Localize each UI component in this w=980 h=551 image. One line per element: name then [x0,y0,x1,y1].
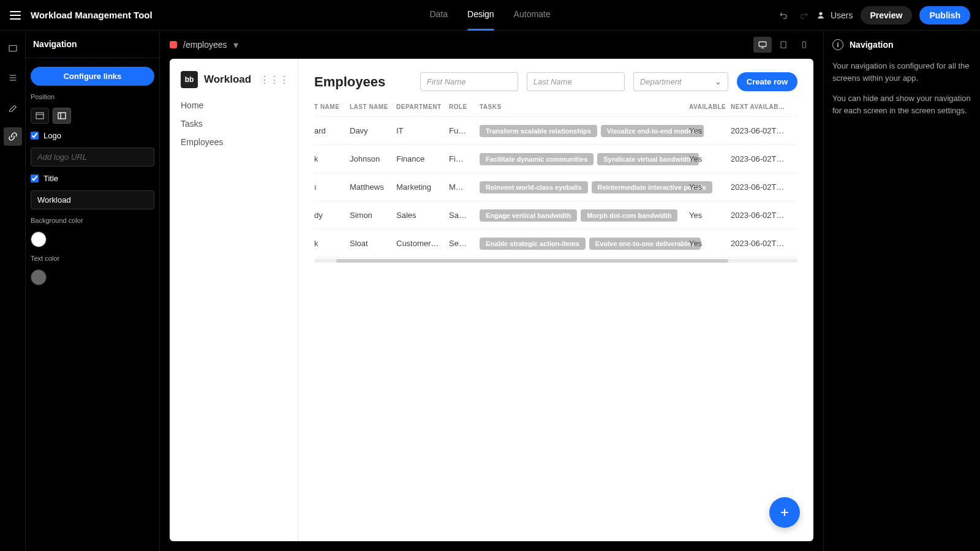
cell-next: 2023-06-02T08:… [731,154,786,163]
svg-rect-7 [58,113,66,119]
table-row[interactable]: ardDavyITFu…Transform scalable relations… [314,117,797,145]
topbar: Workload Management Tool Data Design Aut… [0,0,980,31]
fab-add-button[interactable] [769,497,800,528]
grip-icon[interactable]: ⋮⋮⋮ [260,74,289,86]
screen-name[interactable]: /employees [183,40,227,50]
preview-button[interactable]: Preview [861,6,913,24]
rail-theme-icon[interactable] [4,98,22,116]
task-tag: Transform scalable relationships [480,125,597,137]
tab-data[interactable]: Data [429,0,448,31]
app-sidebar: bb Workload ⋮⋮⋮ Home Tasks Employees [170,59,298,541]
cell-fname: dy [314,211,350,220]
left-panel-title: Navigation [26,31,159,58]
svg-point-0 [819,12,822,15]
cell-tasks: Facilitate dynamic communitiesSyndicate … [480,153,685,165]
col-header-fname[interactable]: T NAME [314,103,350,110]
right-panel-title: Navigation [850,40,894,50]
title-checkbox[interactable] [31,174,39,182]
title-checkbox-row[interactable]: Title [31,174,154,183]
cell-role: M… [449,182,480,192]
col-header-avail[interactable]: AVAILABLE [685,103,731,110]
col-header-tasks[interactable]: TASKS [480,103,685,110]
col-header-next[interactable]: NEXT AVAILABILITY [731,103,786,110]
users-icon [817,10,827,20]
cell-avail: Yes [685,154,731,163]
horizontal-scrollbar[interactable] [314,259,797,263]
cell-lname: Davy [350,126,396,135]
cell-fname: ard [314,126,350,135]
rail-navigation-icon[interactable] [4,127,22,146]
preview-frame: bb Workload ⋮⋮⋮ Home Tasks Employees Emp… [170,59,813,541]
col-header-role[interactable]: ROLE [449,103,480,110]
configure-links-button[interactable]: Configure links [31,67,154,86]
bg-color-label: Background color [31,217,154,224]
canvas-area: /employees ▾ bb Workload ⋮⋮⋮ Home Tasks … [160,31,823,551]
rail-components-icon[interactable] [4,69,22,87]
cell-fname: k [314,239,350,248]
task-tag: Morph dot-com bandwidth [581,209,677,222]
department-placeholder: Department [640,77,682,86]
table-row[interactable]: kJohnsonFinanceFi…Facilitate dynamic com… [314,145,797,173]
device-toggle [753,37,813,53]
hamburger-icon[interactable] [10,11,21,20]
title-label: Title [43,174,58,183]
department-select[interactable]: Department ⌄ [633,72,728,91]
position-label: Position [31,93,154,100]
svg-rect-12 [803,42,806,48]
cell-dept: Customer… [396,239,449,248]
right-panel-header: i Navigation [832,39,971,50]
tab-automate[interactable]: Automate [514,0,551,31]
cell-avail: Yes [685,211,731,220]
cell-fname: ı [314,182,350,192]
last-name-input[interactable] [527,72,625,91]
chevron-down-icon[interactable]: ▾ [233,39,238,51]
plus-icon [778,506,791,519]
table-row[interactable]: dySimonSalesSa…Engage vertical bandwidth… [314,201,797,230]
bg-color-swatch[interactable] [31,231,47,247]
nav-item-home[interactable]: Home [181,100,287,110]
position-top-option[interactable] [31,108,49,124]
cell-tasks: Enable strategic action-itemsEvolve one-… [480,238,685,250]
cell-dept: Finance [396,154,449,163]
logo-checkbox[interactable] [31,132,39,140]
users-button[interactable]: Users [817,10,853,20]
position-left-option[interactable] [53,108,71,124]
cell-dept: Sales [396,211,449,220]
text-color-label: Text color [31,255,154,262]
logo-url-input[interactable] [31,148,154,167]
text-color-swatch[interactable] [31,269,47,285]
cell-lname: Simon [350,211,396,220]
nav-item-tasks[interactable]: Tasks [181,119,287,129]
device-desktop-icon[interactable] [753,37,772,53]
first-name-input[interactable] [420,72,518,91]
title-input[interactable] [31,190,154,209]
cell-tasks: Transform scalable relationshipsVisualiz… [480,125,685,137]
publish-button[interactable]: Publish [919,6,970,24]
rail-screens-icon[interactable] [4,39,22,58]
svg-rect-11 [781,42,786,48]
table-row[interactable]: ıMatthewsMarketingM…Reinvent world-class… [314,173,797,201]
cell-dept: IT [396,126,449,135]
table-row[interactable]: kSloatCustomer…Se…Enable strategic actio… [314,230,797,258]
task-tag: Facilitate dynamic communities [480,153,594,165]
col-header-dept[interactable]: DEPARTMENT [396,103,449,110]
cell-avail: Yes [685,239,731,248]
device-mobile-icon[interactable] [795,37,813,53]
device-tablet-icon[interactable] [774,37,793,53]
logo-checkbox-row[interactable]: Logo [31,131,154,140]
undo-icon[interactable] [778,9,790,21]
nav-item-employees[interactable]: Employees [181,137,287,147]
create-row-button[interactable]: Create row [737,72,797,91]
scrollbar-thumb[interactable] [336,259,728,263]
tab-design[interactable]: Design [467,0,494,31]
screen-color-badge [170,41,177,48]
icon-rail [0,31,26,551]
col-header-lname[interactable]: LAST NAME [350,103,396,110]
info-icon: i [832,39,843,50]
table-header: T NAME LAST NAME DEPARTMENT ROLE TASKS A… [314,97,797,117]
redo-icon[interactable] [797,9,810,21]
svg-rect-9 [759,42,766,47]
canvas-toolbar: /employees ▾ [160,31,823,59]
cell-role: Sa… [449,211,480,220]
cell-avail: Yes [685,182,731,192]
